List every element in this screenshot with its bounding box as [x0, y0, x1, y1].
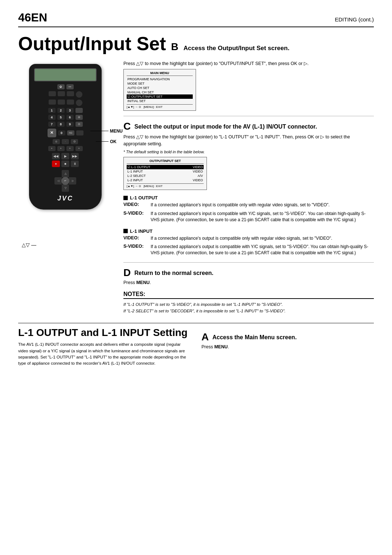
nuu-button[interactable]: nü: [67, 130, 74, 135]
remote-control: ⏻ •••: [29, 64, 102, 210]
btn-row2-4[interactable]: [76, 100, 82, 106]
notes-title: NOTES:: [123, 291, 374, 299]
jvc-logo: JVC: [34, 195, 97, 202]
step-c-title: Select the output or input mode for the …: [134, 121, 317, 130]
left-column: △▽ — ⏻ •••: [18, 60, 113, 315]
btn-row1-2[interactable]: [58, 91, 65, 96]
l1-output-video-row: VIDEO: If a connected appliance's input …: [123, 202, 374, 208]
btn-func-r2[interactable]: ⊞: [75, 115, 83, 120]
nav-center[interactable]: ↵: [61, 177, 69, 185]
remote-row-power: ⏻ •••: [34, 84, 97, 89]
step-c-letter: C: [123, 121, 131, 131]
step-b-title: Access the Output/Input Set screen.: [183, 42, 289, 52]
misc-btn3[interactable]: ·: [62, 139, 69, 144]
menu-item-manual: MANUAL CH SET: [127, 90, 193, 94]
lower-title: L-1 OUTPUT and L-1 INPUT Setting: [18, 327, 191, 339]
remote-numpad-row1: 1 2 3: [34, 108, 97, 113]
oi-l1-output-label: ☑ L-1 OUTPUT: [127, 165, 150, 169]
menu-item-auto: AUTO CH SET: [127, 86, 193, 90]
menu-item-initial: INITIAL SET: [127, 99, 193, 103]
num-5[interactable]: 5: [57, 115, 65, 120]
nav-down[interactable]: ▽: [62, 185, 69, 192]
oi-l1-input-label: L-1 INPUT: [127, 170, 143, 173]
btn-row2-3[interactable]: [67, 100, 74, 105]
btn-func-r3[interactable]: ⊟: [75, 122, 83, 127]
l1-output-video-label: VIDEO:: [123, 202, 147, 208]
step-c-note: * The default setting is bold in the tab…: [123, 149, 374, 155]
num-9[interactable]: 9: [66, 122, 74, 127]
ffwd-button[interactable]: ▶▶: [71, 153, 79, 159]
plus-btn3[interactable]: +: [66, 146, 74, 151]
plus-btn1[interactable]: +: [48, 146, 56, 151]
btn-row2-1[interactable]: [49, 100, 56, 105]
num-6[interactable]: 6: [66, 115, 74, 120]
num-2[interactable]: 2: [57, 108, 65, 113]
l1-output-svideo-text: If a connected appliance's input is comp…: [151, 211, 374, 223]
btn-row1-4[interactable]: [76, 91, 82, 98]
nav-right[interactable]: ▷: [69, 177, 76, 185]
l1-input-icon: [123, 229, 128, 233]
oi-row-l1-output: ☑ L-1 OUTPUT VIDEO: [127, 165, 204, 169]
l1-input-svideo-text: If a connected appliance's output is com…: [151, 244, 374, 256]
notes-box: NOTES: If "L-1 OUTPUT" is set to "S-VIDE…: [123, 291, 374, 315]
main-menu-box: MAIN MENU PROGRAMME NAVIGATION MODE SET …: [123, 69, 196, 111]
step-d-header: D Return to the normal screen.: [123, 268, 374, 278]
misc-button[interactable]: [76, 130, 83, 135]
step-c-header: C Select the output or input mode for th…: [123, 121, 374, 131]
record-button[interactable]: ●: [52, 161, 60, 167]
num-7[interactable]: 7: [48, 122, 56, 127]
divider-2: [123, 262, 374, 263]
oi-row-l2-select: L-2 SELECT A/V: [127, 174, 204, 178]
step-c-body: Press △▽ to move the highlight bar (poin…: [123, 134, 374, 190]
pause-button[interactable]: ⏸: [71, 161, 79, 167]
step-b-instruction: Press △▽ to move the highlight bar (poin…: [123, 60, 374, 67]
x-button[interactable]: ✕: [48, 129, 56, 137]
oi-row-l1-input: L-1 INPUT VIDEO: [127, 169, 204, 174]
nav-up[interactable]: △: [62, 170, 69, 177]
lower-section: L-1 OUTPUT and L-1 INPUT Setting The AV1…: [18, 323, 374, 371]
rewind-button[interactable]: ◀◀: [52, 153, 60, 159]
oi-l2-select-value: A/V: [197, 174, 203, 178]
plus-btn2[interactable]: +: [57, 146, 65, 151]
page-title: Output/Input Set: [18, 34, 166, 54]
l1-output-svideo-label: S-VIDEO:: [123, 211, 147, 223]
remote-plus-row: + + + +: [34, 146, 97, 151]
remote-row-1: [34, 91, 97, 98]
notes-line-1: If "L-1 OUTPUT" is set to "S-VIDEO", it …: [123, 301, 374, 308]
btn-func-r1[interactable]: [75, 108, 83, 113]
l1-output-icon: [123, 196, 128, 200]
num-0[interactable]: 0: [58, 130, 65, 135]
oi-l2-select-label: L-2 SELECT: [127, 174, 146, 178]
l1-output-svideo-row: S-VIDEO: If a connected appliance's inpu…: [123, 211, 374, 223]
num-8[interactable]: 8: [57, 122, 65, 127]
menu-item-output: ☑ OUTPUT/INPUT SET: [127, 94, 193, 99]
step-d-letter: D: [123, 268, 131, 278]
l1-input-video-label: VIDEO:: [123, 235, 147, 242]
btn-row1-1[interactable]: [49, 91, 56, 96]
nav-cross: △ ▽ ◁ ▷ ↵: [54, 170, 76, 192]
stop-button[interactable]: ■: [61, 161, 69, 167]
btn-row2-2[interactable]: [58, 100, 65, 105]
func-button[interactable]: •••: [66, 84, 74, 89]
nav-left[interactable]: ◁: [54, 177, 62, 185]
misc-btn2[interactable]: ⊙: [53, 139, 60, 144]
section-title: EDITING (cont.): [335, 16, 374, 23]
l1-input-section: L-1 INPUT VIDEO: If a connected applianc…: [123, 228, 374, 256]
notes-line-2: If "L-2 SELECT" is set to "DECODER", it …: [123, 308, 374, 314]
page: 46EN EDITING (cont.) Output/Input Set B …: [0, 0, 392, 555]
play-button[interactable]: ▶: [61, 153, 69, 159]
num-4[interactable]: 4: [48, 115, 56, 120]
num-1[interactable]: 1: [48, 108, 56, 113]
plus-btn4[interactable]: +: [75, 146, 83, 151]
oi-l2-input-value: VIDEO: [193, 178, 203, 182]
page-header: 46EN EDITING (cont.): [18, 11, 374, 27]
main-columns: △▽ — ⏻ •••: [18, 60, 374, 315]
num-3[interactable]: 3: [66, 108, 74, 113]
btn-row1-3[interactable]: [67, 91, 74, 96]
power-button[interactable]: ⏻: [57, 84, 65, 89]
remote-numpad-row3: 7 8 9 ⊟: [34, 122, 97, 127]
right-column: Press △▽ to move the highlight bar (poin…: [123, 60, 374, 315]
menu-item-prog: PROGRAMME NAVIGATION: [127, 77, 193, 81]
lower-columns: L-1 OUTPUT and L-1 INPUT Setting The AV1…: [18, 327, 374, 371]
misc-btn4[interactable]: ⊙: [71, 139, 78, 144]
